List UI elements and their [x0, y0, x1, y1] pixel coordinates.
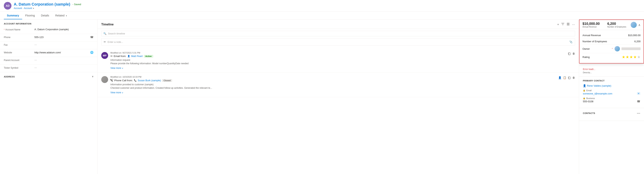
view-more-1[interactable]: View more ∨ — [110, 67, 566, 69]
stat-employees-value: 6,200 — [607, 22, 626, 26]
star-1: ★ — [622, 55, 625, 59]
right-panel: $10,000.00 Annual Revenue 6,200 Number o… — [579, 20, 644, 174]
stat-revenue-value: $10,000.00 — [582, 22, 600, 26]
timeline-more-btn[interactable]: ⋯ — [572, 23, 575, 26]
field-phone: Phone 555-123 ☎ — [0, 34, 97, 42]
floating-owner-avatar-header — [631, 22, 637, 28]
timeline-title: Timeline — [101, 23, 114, 26]
error-section: Error loadi... — [579, 65, 644, 71]
value-parent-account[interactable]: --- — [34, 59, 94, 61]
view-more-text-1: View more — [110, 67, 121, 69]
floating-row-owner: Owner * — [582, 45, 640, 53]
phone-call-icon — [110, 79, 113, 82]
website-text: http://www.adatum.com/ — [34, 51, 61, 54]
label-phone: Phone — [4, 36, 34, 39]
subtitle-module[interactable]: Account — [24, 7, 32, 10]
business-phone-section: 🔒 Business 555-0108 ☎ — [583, 97, 640, 103]
timeline-body-line2-1: Please provide the following information… — [110, 62, 566, 65]
timeline-author-1[interactable]: Matt Peart — [131, 55, 143, 58]
business-label-text: Business — [586, 97, 595, 99]
record-title[interactable]: A. Datum Corporation (sample) — [14, 2, 70, 7]
send-email-icon[interactable]: 📧 — [637, 92, 640, 95]
timeline-body-line1-1: Information request — [110, 58, 566, 62]
star-4: ★ — [633, 55, 637, 59]
timeline-item: MP Modified on: 9/27/2021 5:31 PM ✉ Emai… — [98, 49, 579, 73]
star-5: ★ — [637, 55, 640, 59]
parent-account-text: --- — [34, 59, 37, 61]
timeline-delete-btn-1[interactable]: 🗑 — [572, 52, 575, 55]
timeline-body-line2-2: Checked customer and product information… — [110, 86, 556, 90]
timeline-filter-btn[interactable] — [561, 23, 564, 26]
left-panel: ACCOUNT INFORMATION * Account Name A. Da… — [0, 20, 98, 174]
tab-flooring[interactable]: Flooring — [22, 12, 38, 19]
right-panel-content: Error loadi... Descrip... Primary Contac… — [579, 65, 644, 121]
tab-details[interactable]: Details — [38, 12, 52, 19]
address-header: ADDRESS ∨ — [0, 72, 97, 79]
contact-link-icon: 👤 — [583, 84, 586, 87]
timeline-item-2: Modified on: 10/3/2020 10:33 PM Phone Ca… — [98, 73, 579, 97]
note-input-area[interactable]: ✏ Enter a note... 📎 — [101, 38, 575, 46]
timeline-doc-btn-2[interactable]: 📋 — [563, 76, 566, 79]
timeline-item-content-1: Modified on: 9/27/2021 5:31 PM ✉ Email f… — [110, 52, 566, 69]
timeline-avatar-mp: MP — [101, 52, 108, 59]
value-website[interactable]: http://www.adatum.com/ 🌐 — [34, 51, 94, 54]
floating-label-revenue: Annual Revenue — [582, 34, 601, 37]
timeline-add-btn[interactable]: + — [557, 23, 559, 26]
subtitle-type[interactable]: Account — [14, 7, 22, 10]
closed-badge-2: Closed — [162, 79, 172, 82]
floating-card: $10,000.00 Annual Revenue 6,200 Number o… — [579, 20, 644, 64]
value-fax[interactable]: --- — [34, 43, 94, 46]
search-icon: 🔍 — [103, 32, 106, 35]
record-title-area: A. Datum Corporation (sample) - Saved Ac… — [14, 2, 640, 10]
floating-row-employees: Number of Employees 6,200 — [582, 39, 640, 45]
timeline-assign-btn-2[interactable]: 👤 — [558, 76, 562, 79]
timeline-subject-text-2: Phone Call from: — [114, 79, 133, 82]
timeline-meta-1: Modified on: 9/27/2021 5:31 PM — [110, 52, 566, 54]
address-collapse-icon[interactable]: ∨ — [92, 75, 94, 78]
label-text-account-name: Account Name — [5, 28, 20, 31]
value-phone[interactable]: 555-123 ☎ — [34, 36, 94, 39]
floating-close-btn[interactable]: ∧ — [638, 23, 640, 27]
floating-val-employees: 6,200 — [634, 40, 640, 43]
value-account-name[interactable]: A. Datum Corporation (sample) — [34, 28, 94, 31]
timeline-copy-btn-1[interactable] — [568, 52, 571, 56]
primary-contact-label: Primary Contact — [583, 80, 605, 82]
label-website: Website — [4, 51, 34, 54]
avatar: AD — [4, 2, 12, 10]
timeline-author-2[interactable]: Susan Burk (sample) — [138, 79, 161, 82]
business-phone-value[interactable]: 555-0108 ☎ — [583, 100, 640, 103]
label-account-name: * Account Name — [4, 28, 34, 31]
timeline-copy-btn-2[interactable] — [568, 76, 571, 80]
paperclip-icon[interactable]: 📎 — [569, 40, 572, 43]
tab-summary[interactable]: Summary — [4, 12, 22, 19]
call-icon[interactable]: ☎ — [637, 100, 640, 103]
timeline-subject-text-1: Email from: — [114, 55, 126, 58]
tab-related[interactable]: Related ▾ — [52, 12, 70, 19]
timeline-search[interactable]: 🔍 Search timeline — [101, 31, 575, 36]
svg-rect-3 — [568, 53, 570, 55]
record-header: AD A. Datum Corporation (sample) - Saved… — [0, 0, 644, 12]
chevron-down-icon-1: ∨ — [122, 67, 123, 69]
contacts-label: CONTACTS — [583, 112, 595, 114]
globe-icon[interactable]: 🌐 — [90, 51, 94, 54]
value-ticker[interactable]: --- — [34, 66, 94, 69]
error-loading-text[interactable]: Error loadi... — [583, 68, 595, 71]
floating-row-rating: Rating ★ ★ ★ ★ ★ — [582, 53, 640, 61]
email-value[interactable]: someone_i@example.com 📧 — [583, 92, 640, 95]
timeline-list-btn[interactable] — [567, 23, 570, 26]
contacts-more-btn[interactable]: ⋯ — [637, 111, 640, 115]
stat-employees-label: Number of Employees — [607, 26, 626, 28]
phone-icon[interactable]: ☎ — [90, 36, 94, 39]
main-content: ACCOUNT INFORMATION * Account Name A. Da… — [0, 20, 644, 174]
app-container: AD A. Datum Corporation (sample) - Saved… — [0, 0, 644, 174]
timeline-body-1: Information request Please provide the f… — [110, 58, 566, 65]
timeline-avatar-sb — [101, 76, 108, 83]
primary-contact-value[interactable]: 👤 Rene Valdes (sample) — [583, 84, 640, 87]
view-more-2[interactable]: View more ∨ — [110, 91, 556, 94]
primary-contact-name: Rene Valdes (sample) — [587, 84, 611, 87]
timeline-delete-btn-2[interactable]: 🗑 — [572, 76, 575, 79]
address-section: ADDRESS ∨ — [0, 72, 97, 79]
description-section: Descrip... — [579, 71, 644, 76]
timeline-subject-2: Phone Call from: 📞 Susan Burk (sample) C… — [110, 79, 556, 82]
phone-text: 555-123 — [34, 36, 44, 39]
